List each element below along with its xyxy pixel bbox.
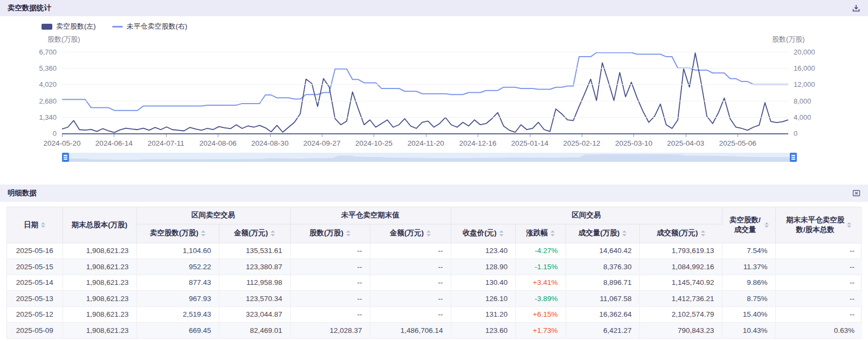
- x-axis-tick: 2024-09-27: [303, 139, 340, 147]
- x-axis-tick: 2024-12-16: [459, 139, 497, 147]
- x-axis-tick: 2024-11-20: [408, 139, 444, 147]
- datazoom-handle-left[interactable]: [62, 153, 69, 162]
- x-axis-tick: 2024-10-25: [355, 139, 392, 147]
- table-cell: 9.86%: [722, 275, 775, 291]
- x-axis-tick: 2025-03-10: [615, 139, 652, 147]
- gridline: [62, 84, 788, 85]
- table-cell: 1,908,621.23: [63, 243, 136, 259]
- y-axis-tick-right: 8,000: [794, 97, 811, 105]
- table-cell: 669.45: [136, 323, 219, 339]
- table-cell: 2,519.43: [136, 306, 219, 323]
- col-header-turnover[interactable]: 成交额(万元): [639, 224, 722, 243]
- table-cell: --: [290, 259, 370, 275]
- x-axis-tick: 2025-05-06: [719, 139, 756, 147]
- table-cell: 2025-05-15: [7, 259, 63, 275]
- col-header-short-shares[interactable]: 卖空股数(万股): [136, 224, 219, 243]
- sort-icon: [201, 230, 205, 236]
- datazoom-handle-right[interactable]: [790, 153, 797, 162]
- table-cell: 1,908,621.23: [63, 291, 136, 307]
- outstanding-short-shares-line: [62, 53, 788, 111]
- short-selling-chart: 卖空股数(左) 未平仓卖空股数(右) 股数(万股) 股数(万股) 6,70020…: [0, 16, 868, 178]
- table-cell: 82,469.01: [219, 323, 290, 339]
- col-header-short-to-volume[interactable]: 卖空股数/成交量: [722, 207, 775, 243]
- table-cell: 323,044.87: [219, 306, 290, 323]
- table-cell: --: [290, 275, 370, 291]
- y-axis-tick-right: 20,000: [794, 48, 815, 56]
- sort-icon: [271, 230, 275, 236]
- table-cell: 790,843.23: [639, 323, 722, 339]
- table-cell: 967.93: [136, 291, 219, 307]
- x-tickmark: [530, 134, 531, 137]
- table-cell: 130.40: [451, 275, 515, 291]
- table-cell: -3.89%: [515, 291, 566, 307]
- table-cell: 1,084,992.16: [639, 259, 722, 275]
- y-axis-tick-left: 6,700: [39, 48, 57, 56]
- x-tickmark: [62, 134, 63, 137]
- x-tickmark: [582, 134, 582, 137]
- col-header-outstanding-shares[interactable]: 股数(万股): [290, 224, 370, 243]
- table-row: 2025-05-121,908,621.232,519.43323,044.87…: [7, 306, 862, 323]
- table-cell: 2025-05-13: [7, 291, 63, 307]
- table-cell: --: [370, 275, 451, 291]
- download-icon[interactable]: [852, 4, 860, 12]
- x-tickmark: [686, 134, 686, 137]
- x-tickmark: [114, 134, 114, 137]
- table-cell: 2025-05-09: [7, 323, 63, 339]
- col-header-close-price[interactable]: 收盘价(元): [451, 224, 515, 243]
- table-cell: --: [290, 306, 370, 323]
- col-header-outstanding-amount[interactable]: 金额(万元): [370, 224, 451, 243]
- x-tickmark: [738, 134, 738, 137]
- legend-item-outstanding-shares[interactable]: 未平仓卖空股数(右): [112, 22, 188, 31]
- group-header-interval-trading: 区间交易: [451, 207, 722, 224]
- table-cell: 1,908,621.23: [63, 323, 136, 339]
- table-cell: -1.15%: [515, 259, 566, 275]
- table-cell: --: [290, 291, 370, 307]
- x-tickmark: [426, 134, 426, 137]
- x-tickmark: [633, 134, 634, 137]
- sort-icon: [622, 230, 626, 236]
- table-cell: +3.41%: [515, 275, 566, 291]
- col-header-short-amount[interactable]: 金额(万元): [219, 224, 290, 243]
- table-cell: 126.10: [451, 291, 515, 307]
- col-header-date[interactable]: 日期: [7, 207, 63, 243]
- detail-title: 明细数据: [8, 188, 37, 198]
- chart-section-header: 卖空数据统计: [0, 0, 868, 16]
- table-cell: 10.43%: [722, 323, 775, 339]
- gridline: [62, 52, 788, 52]
- table-cell: +6.15%: [515, 306, 566, 323]
- left-axis-title: 股数(万股): [47, 35, 80, 44]
- y-axis-tick-left: 0: [53, 129, 57, 138]
- table-row: 2025-05-131,908,621.23967.93123,570.34--…: [7, 291, 862, 307]
- table-cell: 16,362.64: [566, 306, 639, 323]
- table-cell: 8,376.30: [566, 259, 639, 275]
- legend-label: 卖空股数(左): [56, 22, 96, 31]
- table-cell: 128.90: [451, 259, 515, 275]
- col-header-outstanding-to-capital[interactable]: 期末未平仓卖空股数/股本总数: [775, 207, 862, 243]
- excel-export-icon[interactable]: [852, 189, 860, 197]
- table-cell: 0.63%: [775, 323, 862, 339]
- table-cell: 123,570.34: [219, 291, 290, 307]
- datazoom-slider[interactable]: [62, 153, 797, 162]
- table-row: 2025-05-141,908,621.23877.43112,958.98--…: [7, 275, 862, 291]
- table-cell: 135,531.61: [219, 243, 290, 259]
- group-header-outstanding-short-eop: 未平仓卖空期末值: [290, 207, 451, 224]
- table-cell: 123,380.87: [219, 259, 290, 275]
- table-cell: 877.43: [136, 275, 219, 291]
- legend-item-short-shares[interactable]: 卖空股数(左): [42, 22, 96, 31]
- table-cell: 2025-05-14: [7, 275, 63, 291]
- table-cell: 14,640.42: [566, 243, 639, 259]
- gridline: [62, 68, 788, 69]
- table-cell: 11.37%: [722, 259, 775, 275]
- sort-icon: [550, 230, 555, 236]
- x-axis-tick: 2024-08-30: [251, 139, 288, 147]
- col-header-volume[interactable]: 成交量(万股): [566, 224, 639, 243]
- right-axis-title: 股数(万股): [772, 35, 805, 44]
- y-axis-tick-right: 4,000: [794, 113, 811, 121]
- table-cell: 1,104.60: [136, 243, 219, 259]
- sort-icon: [426, 230, 431, 236]
- legend-swatch-rect: [42, 24, 52, 30]
- x-axis: 2024-05-202024-06-142024-07-112024-08-06…: [62, 134, 788, 151]
- x-tickmark: [374, 134, 374, 137]
- table-cell: 2,102,574.79: [639, 306, 722, 323]
- col-header-change-pct[interactable]: 涨跌幅: [515, 224, 566, 243]
